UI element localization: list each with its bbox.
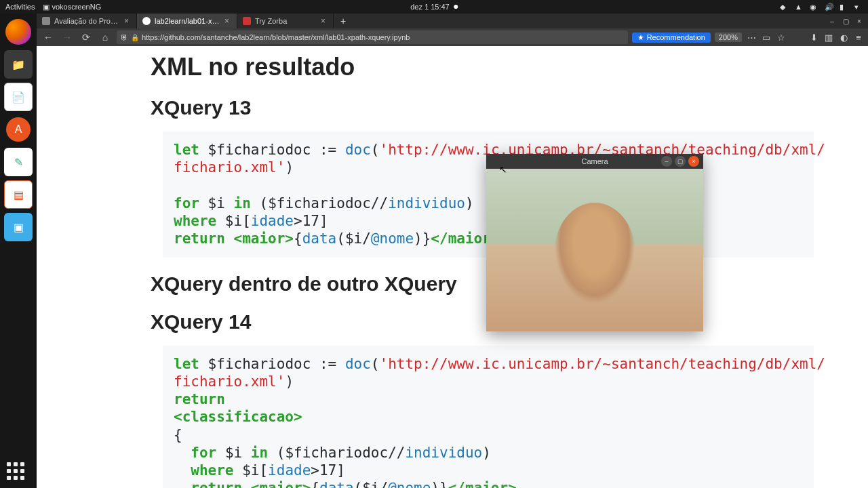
activities-button[interactable]: Activities bbox=[5, 3, 35, 12]
reload-button[interactable]: ⟳ bbox=[79, 30, 94, 45]
close-icon[interactable]: × bbox=[124, 18, 131, 24]
battery-icon[interactable]: ▮ bbox=[840, 3, 848, 11]
camera-close-button[interactable]: × bbox=[688, 156, 699, 167]
minimize-button[interactable]: – bbox=[826, 16, 838, 26]
power-icon[interactable]: ▾ bbox=[854, 3, 863, 11]
system-tray[interactable]: ◆ ▲ ◉ 🔊 ▮ ▾ bbox=[780, 3, 863, 11]
lock-icon: 🔒 bbox=[131, 34, 139, 41]
bookmark-icon[interactable]: ☆ bbox=[776, 32, 787, 43]
launcher-dock: 📁 📄 A ✎ ▤ ▣ bbox=[0, 14, 37, 488]
new-tab-button[interactable]: + bbox=[334, 14, 353, 28]
menu-icon[interactable]: ≡ bbox=[853, 32, 864, 43]
page-actions-icon[interactable]: ⋯ bbox=[746, 32, 757, 43]
code-block-14: let $fichariodoc := doc('http://www.ic.u… bbox=[163, 346, 814, 489]
camera-titlebar[interactable]: Camera – ▢ × bbox=[486, 154, 703, 169]
camera-feed bbox=[486, 169, 703, 331]
close-button[interactable]: × bbox=[853, 16, 865, 26]
display-icon[interactable]: ▲ bbox=[795, 3, 803, 11]
tab-lab2learn[interactable]: lab2learn/lab01-xpath-x × bbox=[137, 14, 237, 28]
home-button[interactable]: ⌂ bbox=[98, 30, 113, 45]
files-icon[interactable]: 📁 bbox=[4, 50, 33, 79]
back-button[interactable]: ← bbox=[41, 30, 56, 45]
tab-zorba[interactable]: Try Zorba × bbox=[237, 14, 334, 28]
tab-avaliacao[interactable]: Avaliação do Programa d × bbox=[37, 14, 137, 28]
downloads-icon[interactable]: ⬇ bbox=[808, 32, 819, 43]
favicon-icon bbox=[243, 17, 251, 25]
show-apps-icon[interactable] bbox=[7, 462, 24, 480]
wifi-icon[interactable]: ◉ bbox=[810, 3, 818, 11]
firefox-icon[interactable] bbox=[4, 18, 33, 46]
page-content: XML no resultado XQuery 13 let $fichario… bbox=[37, 46, 868, 488]
recommendation-badge[interactable]: ★ Recommendation bbox=[632, 33, 711, 43]
system-topbar: Activities ▣ vokoscreenNG dez 1 15:47 ◆ … bbox=[0, 0, 868, 14]
text-editor-icon[interactable]: ✎ bbox=[4, 148, 33, 176]
tab-strip: Avaliação do Programa d × lab2learn/lab0… bbox=[37, 14, 868, 28]
close-icon[interactable]: × bbox=[321, 18, 328, 24]
camera-maximize-button[interactable]: ▢ bbox=[675, 156, 686, 167]
reader-icon[interactable]: ▭ bbox=[761, 32, 772, 43]
address-bar[interactable]: ⛨ 🔒 https://github.com/santanche/lab2lea… bbox=[117, 30, 628, 44]
impress-icon[interactable]: ▤ bbox=[4, 180, 33, 209]
favicon-icon bbox=[142, 17, 151, 25]
subsection-heading: XQuery 13 bbox=[151, 96, 814, 119]
writer-icon[interactable]: 📄 bbox=[4, 83, 33, 111]
video-editor-icon[interactable]: ▣ bbox=[4, 213, 33, 241]
subsection-heading: XQuery 14 bbox=[151, 310, 814, 333]
clock[interactable]: dez 1 15:47 bbox=[410, 3, 458, 11]
camera-window[interactable]: Camera – ▢ × bbox=[486, 154, 703, 331]
shield-icon[interactable]: ⛨ bbox=[121, 33, 128, 41]
volume-icon[interactable]: 🔊 bbox=[825, 3, 833, 11]
account-icon[interactable]: ◐ bbox=[838, 32, 849, 43]
current-app[interactable]: ▣ vokoscreenNG bbox=[43, 3, 101, 12]
toolbar: ← → ⟳ ⌂ ⛨ 🔒 https://github.com/santanche… bbox=[37, 28, 868, 46]
maximize-button[interactable]: ▢ bbox=[840, 16, 852, 26]
close-icon[interactable]: × bbox=[224, 18, 231, 24]
camera-minimize-button[interactable]: – bbox=[661, 156, 672, 167]
section-heading: XML no resultado bbox=[151, 53, 814, 81]
subsection-heading: XQuery dentro de outro XQuery bbox=[151, 272, 814, 296]
library-icon[interactable]: ▥ bbox=[823, 32, 834, 43]
camera-title: Camera bbox=[581, 157, 608, 165]
browser-window: Avaliação do Programa d × lab2learn/lab0… bbox=[37, 14, 868, 488]
notification-icon[interactable]: ◆ bbox=[780, 3, 788, 11]
zoom-level[interactable]: 200% bbox=[715, 33, 742, 42]
software-center-icon[interactable]: A bbox=[4, 115, 33, 144]
forward-button[interactable]: → bbox=[60, 30, 75, 45]
favicon-icon bbox=[42, 17, 50, 25]
